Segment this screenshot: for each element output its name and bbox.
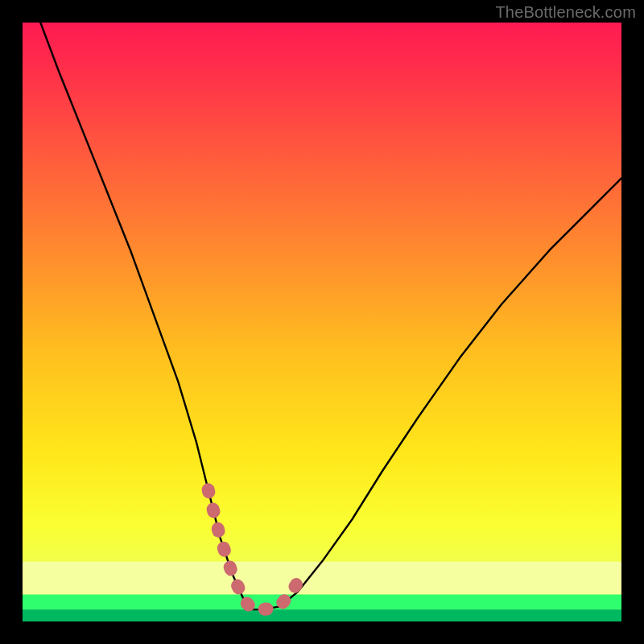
chart-svg [23, 23, 621, 621]
attribution-text: TheBottleneck.com [495, 3, 636, 22]
bottleneck-curve [40, 23, 621, 609]
chart-frame: TheBottleneck.com [0, 0, 644, 644]
band-pale-yellow-band [23, 562, 621, 595]
band-bright-green-band [23, 595, 621, 610]
band-deep-green-band [23, 609, 621, 621]
plot-area [23, 23, 621, 621]
